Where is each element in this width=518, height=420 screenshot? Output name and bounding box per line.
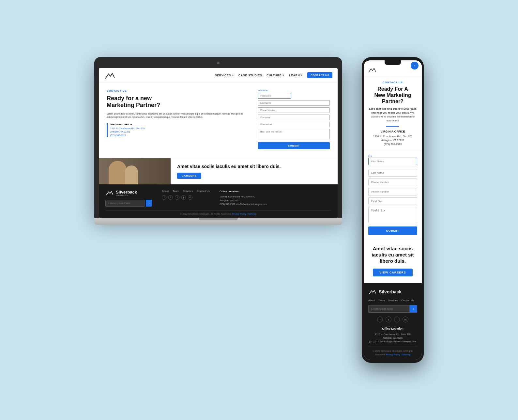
phone-careers-section: Amet vitae sociis iaculis eu amet sit li… bbox=[364, 239, 422, 283]
nav-contact-button[interactable]: CONTACT US bbox=[307, 72, 332, 78]
nav-case-studies[interactable]: CASE STUDIES bbox=[238, 74, 262, 77]
phone-contact-label: CONTACT US bbox=[369, 81, 417, 84]
careers-text: Amet vitae sociis iaculis eu amet sit li… bbox=[171, 159, 338, 184]
footer-logo-icon bbox=[105, 190, 114, 196]
hero-title: Ready for a new Marketing Partner? bbox=[107, 95, 251, 109]
phone-input[interactable] bbox=[258, 107, 330, 113]
phone-office-name: VIRGINIA OFFICE bbox=[369, 130, 417, 133]
phone-careers-button[interactable]: VIEW CAREERS bbox=[373, 269, 413, 276]
phone-footer-privacy[interactable]: Privacy Policy bbox=[386, 353, 400, 356]
nav-links: SERVICES + CASE STUDIES CULTURE + LEARN … bbox=[215, 72, 332, 78]
phone-hero-description: Let's chat and find out how Silverback c… bbox=[369, 107, 417, 123]
nav-services[interactable]: SERVICES + bbox=[215, 74, 234, 77]
site-navbar: SERVICES + CASE STUDIES CULTURE + LEARN … bbox=[99, 68, 338, 83]
phone-notch bbox=[385, 60, 401, 65]
phone-outer: ≡ CONTACT US Ready For ANew MarketingPar… bbox=[362, 57, 424, 363]
phone-footer-office-address: 1310 N. Courthouse Rd., Suite 870Arlingt… bbox=[368, 333, 417, 344]
footer-link-team[interactable]: Team bbox=[173, 190, 179, 193]
social-pinterest-icon[interactable]: p bbox=[181, 195, 186, 200]
phone-footer-logo-icon bbox=[368, 288, 377, 295]
phone-social-instagram[interactable]: i bbox=[394, 317, 400, 322]
email-input[interactable] bbox=[258, 122, 330, 127]
nav-learn[interactable]: LEARN + bbox=[289, 74, 303, 77]
phone-footer-team[interactable]: Team bbox=[378, 299, 385, 302]
phone-hero-title: Ready For ANew MarketingPartner? bbox=[369, 86, 417, 105]
message-textarea[interactable] bbox=[258, 129, 330, 139]
phone-field-six[interactable] bbox=[368, 207, 417, 223]
phone-field-five[interactable] bbox=[368, 197, 417, 205]
office-name: VIRGINIA OFFICE bbox=[110, 123, 251, 126]
hero-content-left: CONTACT US Ready for a new Marketing Par… bbox=[107, 89, 251, 151]
footer-logo-block: Silverback STRATEGIES › bbox=[105, 190, 152, 207]
phone-device: ≡ CONTACT US Ready For ANew MarketingPar… bbox=[362, 57, 424, 363]
phone-title-bold: New bbox=[374, 92, 385, 98]
phone-footer-logo: Silverback bbox=[368, 288, 417, 295]
phone-menu-icon[interactable]: ≡ bbox=[411, 62, 419, 70]
hero-form: First Name SUBMIT bbox=[258, 89, 330, 151]
careers-button[interactable]: CAREERS bbox=[177, 173, 201, 179]
phone-footer-services[interactable]: Services bbox=[388, 299, 398, 302]
company-input[interactable] bbox=[258, 115, 330, 120]
footer-email-form: › bbox=[105, 200, 152, 207]
footer-office-address: 1310 N. Courthouse Rd., Suite 870Arlingt… bbox=[220, 195, 267, 206]
phone-divider bbox=[386, 126, 399, 127]
careers-image bbox=[99, 158, 171, 184]
footer-email-button[interactable]: › bbox=[146, 200, 152, 207]
social-twitter-icon[interactable]: t bbox=[168, 195, 173, 200]
phone-social-linkedin[interactable]: in bbox=[403, 317, 408, 322]
social-facebook-icon[interactable]: f bbox=[162, 195, 166, 200]
footer-bottom: © 2022 Silverback Strategies. All Rights… bbox=[105, 210, 331, 215]
phone-social-facebook[interactable]: f bbox=[377, 317, 383, 322]
phone-phone-input[interactable] bbox=[368, 179, 417, 186]
social-linkedin-icon[interactable]: in bbox=[188, 195, 192, 200]
phone-phone-input-2[interactable] bbox=[368, 188, 417, 195]
footer-link-services[interactable]: Services bbox=[183, 190, 193, 193]
phone-first-name-input[interactable] bbox=[368, 158, 417, 165]
footer-copyright: © 2022 Silverback Strategies. All Rights… bbox=[180, 213, 231, 215]
hero-title-bold: Ready for a new bbox=[107, 95, 152, 101]
footer-email-input[interactable] bbox=[105, 200, 145, 207]
footer-brand-sub: STRATEGIES bbox=[116, 194, 137, 196]
careers-section: Amet vitae sociis iaculis eu amet sit li… bbox=[99, 158, 338, 184]
hero-title-normal: Marketing Partner? bbox=[107, 102, 160, 108]
laptop-device: SERVICES + CASE STUDIES CULTURE + LEARN … bbox=[94, 57, 342, 225]
footer-privacy-link[interactable]: Privacy Policy bbox=[232, 213, 246, 215]
phone-footer-office-title: Office Location bbox=[368, 326, 417, 331]
last-name-input[interactable] bbox=[258, 100, 330, 106]
phone-footer-email-button[interactable]: › bbox=[410, 305, 417, 313]
footer-nav-links: About Team Services Contact Us bbox=[162, 190, 210, 193]
nav-culture[interactable]: CULTURE + bbox=[267, 74, 284, 77]
social-instagram-icon[interactable]: i bbox=[175, 195, 179, 200]
phone-footer-bottom: © 2022 Silverback Strategies. All Rights… bbox=[368, 347, 417, 356]
phone-footer-about[interactable]: About bbox=[368, 299, 375, 302]
footer-links-block: About Team Services Contact Us f t i p i… bbox=[162, 190, 210, 200]
logo-icon bbox=[104, 71, 116, 80]
site-hero-section: CONTACT US Ready for a new Marketing Par… bbox=[99, 83, 338, 158]
phone-footer-nav-links: About Team Services Contact Us bbox=[368, 299, 417, 302]
hero-contact-label: CONTACT US bbox=[107, 89, 251, 92]
phone-hero-section: CONTACT US Ready For ANew MarketingPartn… bbox=[364, 76, 422, 151]
footer-social-links: f t i p in bbox=[162, 195, 210, 200]
phone-footer-office: Office Location 1310 N. Courthouse Rd., … bbox=[368, 326, 417, 343]
phone-screen: CONTACT US Ready For ANew MarketingPartn… bbox=[364, 60, 422, 360]
footer-office-block: Office Location 1310 N. Courthouse Rd., … bbox=[220, 190, 267, 206]
contact-form-fields: SUBMIT bbox=[258, 100, 330, 149]
first-name-input[interactable] bbox=[258, 93, 291, 99]
phone-contact-form: First SUBMIT bbox=[364, 151, 422, 239]
phone-footer-contact[interactable]: Contact Us bbox=[401, 299, 414, 302]
phone-submit-button[interactable]: SUBMIT bbox=[368, 226, 417, 235]
phone-footer-sitemap[interactable]: Sitemap bbox=[402, 353, 411, 356]
phone-logo-icon bbox=[368, 66, 377, 73]
phone-footer-email-form: › bbox=[368, 305, 417, 313]
phone-last-name-input[interactable] bbox=[368, 169, 417, 177]
phone-footer: Silverback About Team Services Contact U… bbox=[364, 283, 422, 360]
phone-social-twitter[interactable]: t bbox=[386, 317, 391, 322]
phone-careers-headline: Amet vitae sociis iaculis eu amet sit li… bbox=[369, 246, 417, 264]
laptop-camera bbox=[217, 62, 220, 64]
footer-brand-name: Silverback bbox=[116, 190, 137, 194]
footer-link-contact[interactable]: Contact Us bbox=[197, 190, 210, 193]
footer-link-about[interactable]: About bbox=[162, 190, 169, 193]
form-submit-button[interactable]: SUBMIT bbox=[258, 142, 330, 149]
footer-sitemap-link[interactable]: Sitemap bbox=[248, 213, 256, 215]
phone-footer-email-input[interactable] bbox=[368, 305, 410, 313]
